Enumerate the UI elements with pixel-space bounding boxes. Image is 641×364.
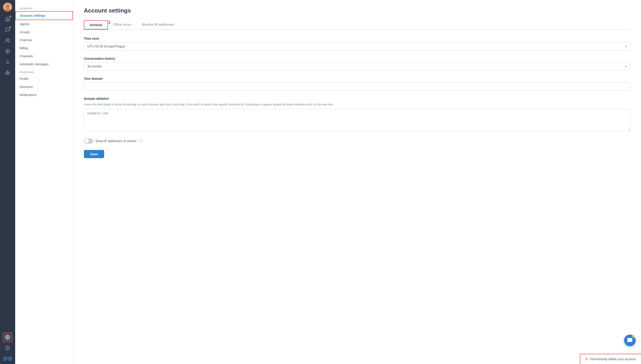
tabs-bar: General 2 Office hours Blocked IP addres… (84, 20, 630, 30)
domain-whitelist-label: Domain whitelist (84, 97, 630, 100)
your-domain-input[interactable] (84, 82, 630, 91)
tab-office-hours[interactable]: Office hours (108, 20, 137, 30)
settings-item-chat-box[interactable]: Chat box (15, 36, 73, 44)
svg-point-10 (7, 72, 7, 73)
tab-general[interactable]: General 2 (84, 20, 108, 30)
settings-item-notifications[interactable]: Notifications (15, 91, 73, 99)
settings-item-account-settings[interactable]: Account settings 1 (15, 11, 73, 20)
save-button[interactable]: Save (84, 150, 104, 158)
your-domain-label: Your domain (84, 77, 630, 80)
domain-whitelist-section: Domain whitelist Leave this field blank … (84, 97, 630, 132)
general-group-label: General (15, 4, 73, 11)
main-content: Account settings General 2 Office hours … (73, 0, 641, 364)
chat-notification-dot (9, 26, 11, 28)
timezone-label: Time zone (84, 37, 630, 40)
nav-stats-button[interactable] (3, 57, 13, 67)
svg-point-13 (7, 336, 8, 338)
settings-sidebar: General Account settings 1 Agents Groups… (15, 0, 73, 364)
app-logo: @@ (3, 356, 13, 361)
annotation-3: 3 (586, 357, 587, 361)
sidebar-nav: @@ (0, 0, 15, 364)
svg-rect-9 (6, 72, 10, 74)
show-ip-toggle[interactable] (84, 138, 93, 144)
svg-marker-5 (7, 50, 9, 52)
conversation-history-select-wrapper: 36 months ▾ (84, 62, 630, 70)
settings-item-channels[interactable]: Channels (15, 52, 73, 60)
svg-point-11 (8, 72, 9, 73)
show-ip-help-icon[interactable]: ? (138, 139, 142, 143)
svg-point-12 (7, 70, 8, 71)
personal-group-label: Personal (15, 68, 73, 75)
settings-item-shortcuts[interactable]: Shortcuts (15, 83, 73, 91)
toggle-knob (84, 139, 89, 143)
conversation-history-label: Conversation history (84, 57, 630, 60)
nav-contacts-button[interactable] (3, 36, 13, 46)
domain-whitelist-textarea[interactable] (84, 109, 630, 131)
settings-item-automatic-messages[interactable]: Automatic messages (15, 60, 73, 68)
your-domain-section: Your domain (84, 77, 630, 91)
delete-account-label: Permanently delete your account (590, 357, 636, 361)
svg-point-3 (6, 39, 8, 40)
settings-item-groups[interactable]: Groups (15, 28, 73, 36)
nav-chat-button[interactable] (3, 25, 13, 35)
timezone-section: Time zone UTC+02:00 Europe/Prague ▾ (84, 37, 630, 50)
nav-help-button[interactable] (3, 343, 13, 353)
nav-bot-button[interactable] (3, 68, 13, 78)
chat-float-dot (632, 335, 635, 338)
annotation-2: 2 (108, 20, 111, 25)
home-notification-dot (9, 16, 11, 18)
settings-item-profile[interactable]: Profile (15, 75, 73, 83)
nav-settings-button[interactable] (3, 332, 13, 342)
avatar[interactable] (3, 3, 12, 12)
conversation-history-section: Conversation history 36 months ▾ (84, 57, 630, 70)
settings-item-billing[interactable]: Billing (15, 44, 73, 52)
conversation-history-select[interactable]: 36 months (84, 62, 630, 70)
chat-float-button[interactable] (624, 334, 636, 346)
nav-play-button[interactable] (3, 46, 13, 56)
svg-point-1 (6, 4, 9, 8)
timezone-select-wrapper: UTC+02:00 Europe/Prague ▾ (84, 42, 630, 50)
page-title: Account settings (84, 7, 630, 14)
timezone-select[interactable]: UTC+02:00 Europe/Prague (84, 42, 630, 50)
show-ip-label: Show IP addresses of visitors (95, 139, 136, 143)
settings-item-agents[interactable]: Agents (15, 20, 73, 28)
nav-home-button[interactable] (3, 14, 13, 24)
show-ip-row: Show IP addresses of visitors ? (84, 138, 630, 144)
domain-whitelist-description: Leave this field blank to show Smartsupp… (84, 102, 630, 107)
tab-blocked-ip[interactable]: Blocked IP addresses (136, 20, 179, 30)
delete-account-banner[interactable]: 3 Permanently delete your account (580, 354, 641, 364)
